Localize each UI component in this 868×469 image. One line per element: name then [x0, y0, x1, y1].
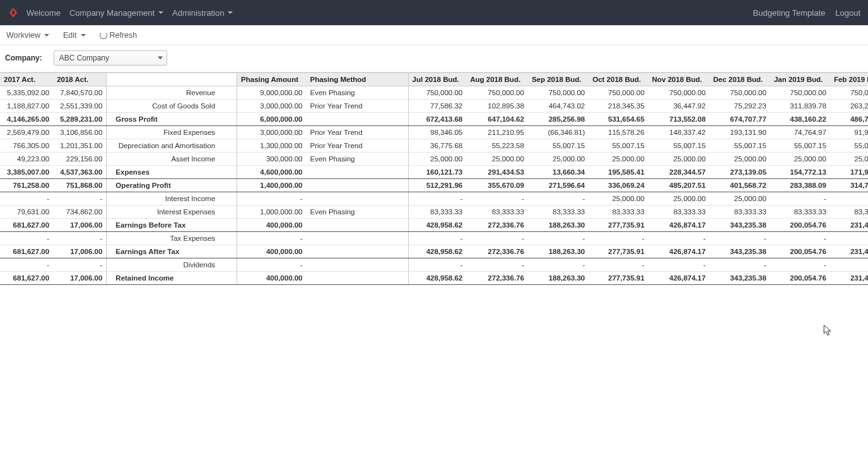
cell-phasing-amount[interactable]: - [237, 258, 307, 272]
cell-month-value[interactable]: 83,333.33 [466, 206, 528, 219]
cell-month-value[interactable]: 750,000.00 [408, 86, 466, 100]
cell-2018-act[interactable]: 5,289,231.00 [53, 113, 107, 126]
cell-month-value[interactable]: 91,977.87 [830, 126, 868, 139]
cell-2018-act[interactable]: 229,156.00 [53, 153, 107, 166]
cell-month-value[interactable]: 285,256.98 [528, 113, 589, 126]
cell-month-value[interactable]: - [648, 232, 710, 245]
cell-month-value[interactable]: 438,160.22 [770, 113, 830, 126]
cell-phasing-amount[interactable]: 3,000,000.00 [237, 126, 307, 139]
col-header-month[interactable]: Aug 2018 Bud. [466, 73, 528, 86]
cell-month-value[interactable]: 283,388.09 [770, 179, 830, 192]
cell-2017-act[interactable]: - [0, 258, 53, 272]
cell-month-value[interactable]: 750,000.00 [648, 86, 710, 100]
cell-month-value[interactable]: (66,346.81) [528, 126, 589, 139]
cell-2017-act[interactable]: 761,258.00 [0, 179, 53, 192]
col-header-month[interactable]: Jul 2018 Bud. [408, 73, 466, 86]
cell-phasing-method[interactable]: Even Phasing [307, 153, 409, 166]
cell-month-value[interactable]: 750,000.00 [830, 86, 868, 100]
cell-month-value[interactable]: 512,291.96 [408, 179, 466, 192]
cell-month-value[interactable]: 13,660.34 [528, 166, 589, 179]
cell-month-value[interactable]: 272,336.76 [466, 272, 528, 285]
cell-phasing-method[interactable] [307, 166, 409, 179]
cell-month-value[interactable]: 271,596.64 [528, 179, 589, 192]
cell-2017-act[interactable]: 3,385,007.00 [0, 166, 53, 179]
col-header-month[interactable]: Sep 2018 Bud. [528, 73, 589, 86]
cell-month-value[interactable]: 401,568.72 [710, 179, 770, 192]
cell-month-value[interactable]: 55,007.15 [648, 139, 710, 153]
cell-month-value[interactable]: - [830, 232, 868, 245]
col-header-month[interactable]: Nov 2018 Bud. [648, 73, 710, 86]
cell-2018-act[interactable]: 751,868.00 [53, 179, 107, 192]
cell-2017-act[interactable]: 2,569,479.00 [0, 126, 53, 139]
cell-phasing-method[interactable] [307, 258, 409, 272]
cell-month-value[interactable]: 36,775.68 [408, 139, 466, 153]
cell-month-value[interactable]: - [770, 192, 830, 206]
cell-phasing-method[interactable] [307, 272, 409, 285]
col-header-month[interactable]: Jan 2019 Bud. [770, 73, 830, 86]
cell-month-value[interactable]: 55,007.15 [830, 139, 868, 153]
cell-month-value[interactable]: 25,000.00 [710, 192, 770, 206]
cell-month-value[interactable]: 336,069.24 [589, 179, 648, 192]
cell-month-value[interactable]: 674,707.77 [710, 113, 770, 126]
cell-month-value[interactable]: 188,263.30 [528, 272, 589, 285]
toolbar-refresh[interactable]: Refresh [100, 31, 138, 40]
cell-phasing-amount[interactable]: 300,000.00 [237, 153, 307, 166]
cell-month-value[interactable]: - [710, 258, 770, 272]
cell-2018-act[interactable]: 734,862.00 [53, 206, 107, 219]
cell-month-value[interactable]: - [770, 232, 830, 245]
cell-month-value[interactable]: 25,000.00 [408, 153, 466, 166]
toolbar-edit[interactable]: Edit [63, 31, 86, 40]
cell-month-value[interactable]: 75,292.23 [710, 100, 770, 113]
cell-month-value[interactable]: 25,000.00 [830, 153, 868, 166]
cell-month-value[interactable]: 428,958.62 [408, 219, 466, 232]
cell-month-value[interactable]: - [408, 232, 466, 245]
col-header-phasing-method[interactable]: Phasing Method [307, 73, 409, 86]
cell-month-value[interactable]: - [528, 192, 589, 206]
cell-month-value[interactable]: 277,735.91 [589, 272, 648, 285]
col-header-phasing-amount[interactable]: Phasing Amount [237, 73, 307, 86]
cell-month-value[interactable]: 428,958.62 [408, 245, 466, 258]
cell-2017-act[interactable]: 5,335,092.00 [0, 86, 53, 100]
cell-month-value[interactable]: 485,207.51 [648, 179, 710, 192]
cell-month-value[interactable]: 25,000.00 [770, 153, 830, 166]
cell-2017-act[interactable]: - [0, 232, 53, 245]
nav-welcome[interactable]: Welcome [26, 8, 61, 18]
cell-month-value[interactable]: 426,874.17 [648, 245, 710, 258]
cell-phasing-amount[interactable]: 3,000,000.00 [237, 100, 307, 113]
nav-logout[interactable]: Logout [835, 8, 860, 18]
cell-month-value[interactable]: 55,007.15 [589, 139, 648, 153]
cell-month-value[interactable]: 25,000.00 [589, 153, 648, 166]
cell-phasing-amount[interactable]: 4,600,000.00 [237, 166, 307, 179]
company-select[interactable]: ABC Company [54, 50, 167, 66]
nav-company-management[interactable]: Company Management [69, 8, 163, 18]
cell-month-value[interactable]: 83,333.33 [589, 206, 648, 219]
nav-administration[interactable]: Administration [172, 8, 233, 18]
cell-2017-act[interactable]: 79,631.00 [0, 206, 53, 219]
cell-month-value[interactable]: - [408, 258, 466, 272]
cell-month-value[interactable]: 171,985.03 [830, 166, 868, 179]
cell-month-value[interactable]: 231,452.80 [830, 272, 868, 285]
cell-month-value[interactable]: - [528, 258, 589, 272]
cell-2017-act[interactable]: 1,188,827.00 [0, 100, 53, 113]
cell-2017-act[interactable]: 4,146,265.00 [0, 113, 53, 126]
cell-2018-act[interactable]: 1,201,351.00 [53, 139, 107, 153]
col-header-2018-act[interactable]: 2018 Act. [53, 73, 107, 86]
cell-month-value[interactable]: 428,958.62 [408, 272, 466, 285]
cell-month-value[interactable]: 750,000.00 [589, 86, 648, 100]
cell-month-value[interactable]: 200,054.76 [770, 245, 830, 258]
cell-phasing-amount[interactable]: 400,000.00 [237, 219, 307, 232]
cell-month-value[interactable]: 291,434.53 [466, 166, 528, 179]
cell-month-value[interactable]: 228,344.57 [648, 166, 710, 179]
cell-month-value[interactable]: 272,336.76 [466, 245, 528, 258]
cell-2018-act[interactable]: - [53, 192, 107, 206]
cell-month-value[interactable]: 55,007.15 [710, 139, 770, 153]
cell-month-value[interactable]: 311,839.78 [770, 100, 830, 113]
cell-month-value[interactable]: 200,054.76 [770, 272, 830, 285]
cell-month-value[interactable]: 750,000.00 [710, 86, 770, 100]
cell-month-value[interactable]: 464,743.02 [528, 100, 589, 113]
cell-phasing-method[interactable] [307, 113, 409, 126]
cell-month-value[interactable]: 154,772.13 [770, 166, 830, 179]
cell-phasing-method[interactable]: Prior Year Trend [307, 100, 409, 113]
cell-month-value[interactable]: - [648, 258, 710, 272]
cell-month-value[interactable]: 314,786.14 [830, 179, 868, 192]
